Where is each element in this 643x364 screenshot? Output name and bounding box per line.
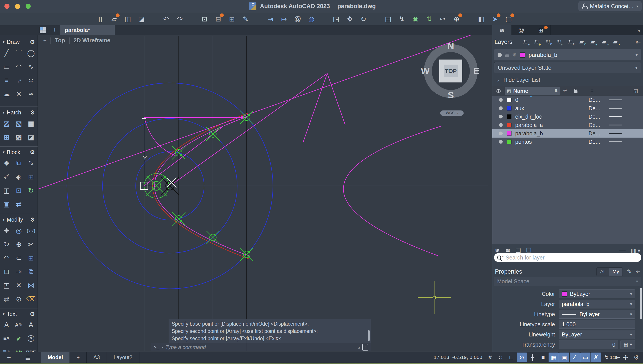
layer-state-dropdown[interactable]: Unsaved Layer State ▾ (494, 62, 641, 73)
qat-send-feedback-icon[interactable]: ➤ (489, 14, 501, 24)
tool-create-block[interactable]: ⊡ (14, 186, 24, 195)
qat-import-icon[interactable]: ⇥ (264, 14, 276, 24)
recent-commands-icon[interactable]: ▴ (358, 345, 360, 350)
maximize-button[interactable] (26, 4, 31, 9)
qat-sep-2-icon[interactable] (188, 14, 197, 24)
lock-column-icon[interactable] (574, 90, 577, 93)
toggle-snap-mode[interactable]: ∷ (496, 352, 506, 362)
viewcube-west[interactable]: W (421, 66, 430, 76)
tool-point[interactable]: ✕ (14, 89, 24, 98)
layer-color-swatch[interactable] (520, 52, 525, 58)
qat-page-setup-icon[interactable]: ⊞ (226, 14, 238, 24)
visibility-column-icon[interactable] (496, 89, 501, 92)
layer-lineweight[interactable]: De... (588, 97, 600, 103)
layer-off-icon[interactable]: ▰● (588, 38, 597, 46)
layer-lineweight[interactable]: De... (588, 105, 600, 112)
tool-write-block[interactable]: ◫ (2, 186, 12, 195)
qat-attach-icon[interactable]: @ (292, 14, 304, 24)
layer-unisolate-icon[interactable]: ≋↗ (565, 38, 575, 46)
tool-join[interactable]: ⋈ (26, 281, 36, 290)
toggle-dynamic-ucs[interactable]: ▭ (580, 352, 590, 362)
tool-trim[interactable]: ✂ (26, 240, 36, 249)
tool-attribute-display[interactable]: ▣ (2, 200, 12, 209)
layer-previous-icon[interactable]: ≋↶ (543, 38, 552, 46)
tab-layers[interactable]: ≋ (492, 25, 512, 35)
collapse-icon[interactable]: ▾ (3, 218, 5, 222)
gear-icon[interactable]: ⚙ (30, 311, 35, 317)
linetype-scale-input[interactable]: 1.000 (559, 320, 635, 329)
tool-single-line-text[interactable]: A (2, 320, 12, 330)
tool-polyline[interactable]: ⌒ (14, 48, 24, 58)
close-button[interactable] (5, 4, 10, 9)
tab-grid-icon[interactable] (40, 27, 46, 34)
tool-extend[interactable]: ⇥ (14, 267, 24, 276)
view-control[interactable]: Top (55, 37, 65, 44)
lineweight-dropdown[interactable]: ByLayer ▾ (559, 330, 635, 339)
tool-hatch-tool[interactable]: ◪ (26, 132, 36, 142)
viewcube-top-face[interactable]: TOP (439, 60, 462, 82)
qat-point-style-icon[interactable]: ⇅ (423, 14, 435, 24)
layer-linetype-sample[interactable] (609, 125, 621, 126)
freeze-icon[interactable]: ✳ (512, 52, 516, 58)
tool-break[interactable]: ✕ (14, 281, 24, 290)
space-dropdown[interactable]: Model Space ▾ (494, 277, 641, 286)
viewcube-east[interactable]: E (473, 66, 479, 76)
qat-sep-1-icon[interactable] (149, 14, 158, 24)
layer-new-icon[interactable]: ≋● (520, 38, 530, 46)
collapse-icon[interactable]: ▾ (3, 150, 5, 154)
hide-layer-list-toggle[interactable]: ⌄ Hide Layer List (496, 77, 540, 83)
toggle-grid-display[interactable]: # (485, 352, 495, 362)
layer-lineweight[interactable]: De... (588, 139, 600, 145)
layout-tab-a3[interactable]: A3 (87, 352, 107, 363)
layer-linetype-sample[interactable] (609, 116, 621, 117)
tool-edit-text[interactable]: A✎ (14, 320, 24, 330)
qat-sep-6-icon[interactable] (464, 14, 474, 24)
tool-replace-block[interactable]: ⇄ (14, 200, 24, 209)
qat-sep-4-icon[interactable] (319, 14, 328, 24)
gear-icon[interactable]: ⚙ (30, 109, 35, 116)
dock-panel-icon[interactable]: ⇤ (635, 268, 640, 275)
column-settings-icon[interactable]: ▥ ▾ (631, 247, 640, 254)
layer-color-swatch[interactable] (507, 106, 511, 111)
tool-revision-cloud[interactable]: ☁ (2, 89, 12, 98)
viewport-menu-button[interactable]: + (43, 37, 47, 44)
tool-measure[interactable]: ↔ (14, 76, 24, 85)
qat-sep-5-icon[interactable] (371, 14, 380, 24)
tool-attribute-table[interactable]: ⊞ (26, 172, 36, 182)
color-dropdown[interactable]: ByLayer ▾ (559, 290, 635, 298)
tool-rotate[interactable]: ↻ (2, 240, 12, 249)
layer-unlock-icon[interactable]: ▰▪ (610, 38, 620, 46)
qat-sep-3-icon[interactable] (253, 14, 263, 24)
layer-lock-icon[interactable]: ▰▪ (599, 38, 609, 46)
tool-ellipse[interactable]: ○ (26, 76, 36, 85)
tool-spell-check[interactable]: ✔ (14, 334, 24, 343)
tool-copy-block[interactable]: ⧉ (14, 158, 24, 168)
layer-row-aux[interactable]: aux De... (492, 104, 643, 112)
tool-explode[interactable]: □ (2, 267, 12, 276)
workspace-switching-icon[interactable]: ✣ (620, 352, 631, 362)
tool-select-add[interactable]: ⊕ (14, 240, 24, 249)
layer-linetype-sample[interactable] (609, 100, 621, 100)
layer-color-swatch[interactable] (507, 131, 511, 136)
qat-save-icon[interactable]: ◫ (122, 14, 134, 24)
gear-icon[interactable]: ⚙ (30, 149, 35, 156)
tool-boundary[interactable]: ⊞ (2, 132, 12, 142)
edit-properties-icon[interactable]: ✎ (627, 268, 631, 275)
toggle-dynamic-input[interactable]: ∠ (570, 352, 580, 362)
qat-print-icon[interactable]: ⊡ (199, 14, 210, 24)
panel-overflow-icon[interactable]: ≣ (25, 354, 31, 361)
layer-row-0[interactable]: 0 De... (492, 96, 643, 104)
wcs-dropdown[interactable]: WCS ▿ (440, 110, 464, 116)
palette-overflow-icon[interactable]: » (637, 27, 640, 34)
tab-references[interactable]: @ (512, 25, 531, 35)
tool-find-text[interactable]: Ⓐ (26, 334, 36, 343)
tool-fillet[interactable]: ◠ (2, 253, 12, 262)
qat-publish-icon[interactable]: ✎ (240, 14, 251, 24)
tool-tag[interactable]: ◈ (14, 172, 24, 182)
tool-freehand[interactable]: ≈ (26, 89, 36, 98)
tool-rectangle[interactable]: ▭ (2, 62, 12, 71)
tool-multiline[interactable]: ≡ (2, 76, 12, 85)
tool-edit-block[interactable]: ✎ (26, 158, 36, 168)
qat-system-info-icon[interactable]: ▢ (503, 14, 515, 24)
layer-settings-icon[interactable]: ≋◆ (532, 38, 541, 46)
